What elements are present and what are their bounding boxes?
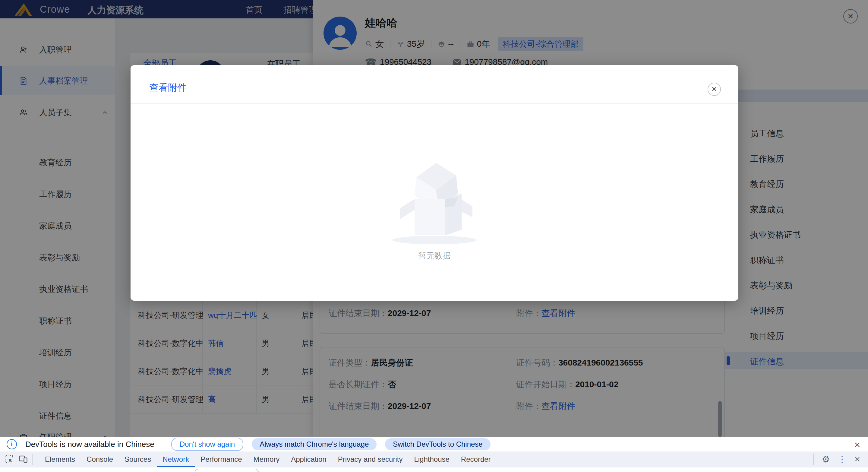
devtools-tab-row: Elements Console Sources Network Perform… — [39, 451, 497, 467]
toolbar-divider — [32, 454, 33, 465]
tab-performance[interactable]: Performance — [195, 451, 248, 467]
infobar-close-icon[interactable]: × — [854, 439, 860, 450]
modal-title: 查看附件 — [149, 82, 187, 94]
tab-network[interactable]: Network — [157, 451, 195, 467]
toolbar-divider — [813, 453, 814, 465]
modal-close-button[interactable]: × — [708, 83, 721, 96]
devtools-infobar: i DevTools is now available in Chinese D… — [0, 437, 868, 452]
tab-elements[interactable]: Elements — [39, 451, 81, 467]
empty-state-text: 暂无数据 — [130, 250, 738, 261]
view-attachments-modal: 查看附件 × 暂无数据 — [130, 65, 738, 301]
dont-show-again-button[interactable]: Don't show again — [171, 438, 243, 451]
match-language-button[interactable]: Always match Chrome's language — [252, 438, 377, 450]
devtools-toolbar-right: ⚙ ⋮ × — [813, 451, 860, 467]
tab-application[interactable]: Application — [285, 451, 332, 467]
info-icon: i — [7, 439, 17, 449]
network-panel-top-sliver — [0, 468, 868, 472]
tab-lighthouse[interactable]: Lighthouse — [408, 451, 455, 467]
tab-sources[interactable]: Sources — [119, 451, 157, 467]
network-filter-input[interactable] — [194, 469, 259, 472]
tab-console[interactable]: Console — [81, 451, 119, 467]
empty-box-icon — [389, 150, 480, 241]
inspect-element-icon[interactable] — [5, 454, 14, 464]
close-icon: × — [712, 84, 717, 94]
app-root: Crowe 人力资源系统 首页 招聘管理 入职管理 人事档案管理 人员子集 — [0, 0, 868, 472]
device-toolbar-icon[interactable] — [19, 454, 28, 464]
kebab-menu-icon[interactable]: ⋮ — [838, 454, 846, 465]
tab-memory[interactable]: Memory — [248, 451, 285, 467]
devtools-close-icon[interactable]: × — [855, 453, 860, 465]
infobar-message: DevTools is now available in Chinese — [25, 440, 154, 449]
switch-to-chinese-button[interactable]: Switch DevTools to Chinese — [385, 438, 490, 450]
modal-header-divider — [130, 104, 738, 104]
tab-recorder[interactable]: Recorder — [455, 451, 497, 467]
gear-icon[interactable]: ⚙ — [822, 454, 830, 465]
page-viewport: Crowe 人力资源系统 首页 招聘管理 入职管理 人事档案管理 人员子集 — [0, 0, 868, 437]
tab-privacy-security[interactable]: Privacy and security — [332, 451, 408, 467]
devtools-tabbar: Elements Console Sources Network Perform… — [0, 451, 868, 468]
